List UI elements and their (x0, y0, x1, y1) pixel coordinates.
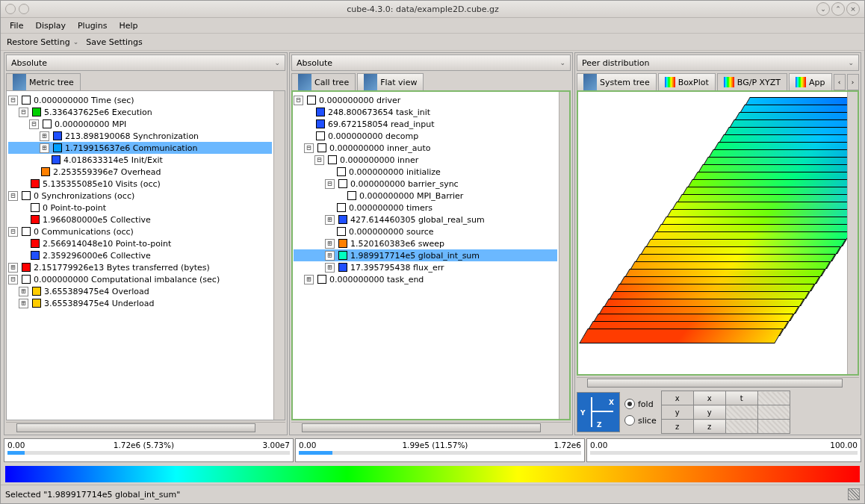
tree-row[interactable]: ⊞3.655389475e4 Overload (8, 285, 272, 297)
tree-row[interactable]: 0.000000000 source (294, 225, 557, 237)
expand-icon[interactable]: ⊞ (19, 287, 28, 296)
tree-row[interactable]: ⊟0.000000000 inner (294, 154, 557, 166)
tree-row[interactable]: 0.000000000 decomp (294, 130, 557, 142)
tree-row[interactable]: ⊞17.395795438 flux_err (294, 261, 557, 273)
collapse-icon[interactable]: ⊟ (8, 275, 18, 284)
axis-cell-disabled (757, 420, 790, 434)
collapse-icon[interactable]: ⊟ (29, 119, 39, 129)
menu-help[interactable]: Help (113, 19, 143, 32)
tree-row[interactable]: ⊟0.000000000 barrier_sync (294, 178, 557, 190)
menu-display[interactable]: Display (29, 19, 72, 32)
tabs-scroll-left[interactable]: ‹ (834, 74, 846, 90)
tree-row[interactable]: ⊟0 Communications (occ) (8, 225, 272, 237)
tab-flat-view[interactable]: Flat view (357, 73, 424, 90)
expand-icon[interactable]: ⊞ (325, 263, 335, 273)
tree-row[interactable]: 248.800673654 task_init (294, 106, 557, 118)
tree-row[interactable]: ⊞0.000000000 task_end (294, 273, 557, 285)
tree-row[interactable]: ⊞3.655389475e4 Underload (8, 297, 272, 309)
collapse-icon[interactable]: ⊟ (8, 96, 18, 105)
menu-file[interactable]: File (4, 19, 29, 32)
tabs-scroll-right[interactable]: › (847, 74, 859, 90)
tree-row[interactable]: 2.359296000e6 Collective (8, 249, 272, 261)
axis-cell-disabled (757, 405, 790, 420)
expand-icon[interactable]: ⊞ (8, 263, 18, 273)
v-scrollbar[interactable] (559, 91, 570, 420)
tree-row[interactable]: ⊟0.000000000 MPI (8, 118, 272, 130)
expand-icon[interactable]: ⊞ (325, 215, 335, 225)
v-scrollbar[interactable] (847, 91, 858, 375)
h-scrollbar[interactable] (577, 377, 859, 388)
collapse-icon[interactable]: ⊟ (294, 96, 303, 105)
tree-row[interactable]: ⊟0.000000000 inner_auto (294, 142, 557, 154)
tree-row[interactable]: 0 Point-to-point (8, 202, 272, 214)
tree-row[interactable]: ⊟5.336437625e6 Execution (8, 106, 272, 118)
expand-icon[interactable]: ⊞ (40, 131, 49, 141)
topology-canvas[interactable] (577, 91, 847, 375)
tree-row[interactable]: ⊟0.000000000 driver (294, 94, 557, 106)
tab-boxplot[interactable]: BoxPlot (658, 73, 716, 90)
expand-icon[interactable]: ⊞ (325, 251, 335, 261)
tab-call-tree[interactable]: Call tree (291, 73, 356, 90)
collapse-icon[interactable]: ⊟ (304, 143, 314, 153)
metric-mode-combo[interactable]: Absolute⌄ (6, 55, 285, 71)
tree-label: 2.151779926e13 Bytes transferred (bytes) (34, 263, 210, 273)
tree-row[interactable]: 1.966080000e5 Collective (8, 214, 272, 225)
collapse-icon[interactable]: ⊟ (314, 155, 324, 165)
expand-icon[interactable]: ⊞ (19, 299, 28, 308)
axis-button[interactable]: y (693, 405, 725, 420)
save-settings-button[interactable]: Save Settings (86, 37, 143, 47)
metric-color-box (52, 155, 61, 164)
call-tree[interactable]: ⊟0.000000000 driver248.800673654 task_in… (292, 91, 559, 420)
tree-row[interactable]: 4.018633314e5 Init/Exit (8, 154, 272, 166)
h-scrollbar[interactable] (291, 422, 571, 433)
radio-fold[interactable]: fold (624, 399, 657, 409)
tab-app[interactable]: App (789, 73, 832, 90)
tree-row[interactable]: ⊞1.989917714e5 global_int_sum (294, 249, 557, 261)
tab-bgp-xyzt[interactable]: BG/P XYZT (717, 73, 787, 90)
tree-row[interactable]: 0.000000000 initialize (294, 166, 557, 178)
metric-tree[interactable]: ⊟0.000000000 Time (sec)⊟5.336437625e6 Ex… (7, 91, 273, 420)
tree-row[interactable]: 69.672158054 read_input (294, 118, 557, 130)
expand-icon[interactable]: ⊞ (325, 239, 335, 249)
maximize-button[interactable]: ⌃ (831, 2, 845, 16)
axis-button[interactable]: t (725, 391, 757, 405)
v-scrollbar[interactable] (273, 91, 285, 420)
collapse-icon[interactable]: ⊟ (8, 227, 18, 237)
tree-row[interactable]: ⊞213.898190068 Synchronization (8, 130, 272, 142)
tab-system-tree[interactable]: System tree (577, 73, 657, 90)
tree-row[interactable]: ⊞1.520160383e6 sweep (294, 237, 557, 249)
tree-row[interactable]: ⊟0 Synchronizations (occ) (8, 190, 272, 202)
minimize-button[interactable]: ⌄ (816, 2, 830, 16)
tree-row[interactable]: 5.135355085e10 Visits (occ) (8, 178, 272, 190)
call-mode-combo[interactable]: Absolute⌄ (291, 55, 571, 71)
axis-button[interactable]: z (693, 420, 725, 434)
metric-color-box (328, 155, 337, 164)
resize-grip[interactable] (848, 488, 860, 500)
collapse-icon[interactable]: ⊟ (325, 179, 335, 189)
metric-color-box (32, 299, 41, 308)
tree-label: 248.800673654 task_init (328, 108, 430, 117)
tree-row[interactable]: 0.000000000 timers (294, 202, 557, 214)
axis-button[interactable]: x (693, 391, 725, 405)
restore-setting-button[interactable]: Restore Setting ⌄ (7, 37, 78, 47)
tree-row[interactable]: 2.566914048e10 Point-to-point (8, 237, 272, 249)
tree-row[interactable]: 2.253559396e7 Overhead (8, 166, 272, 178)
expand-icon[interactable]: ⊞ (40, 143, 49, 153)
collapse-icon[interactable]: ⊟ (8, 191, 18, 201)
collapse-icon[interactable]: ⊟ (19, 108, 28, 117)
tree-row[interactable]: ⊟0.000000000 Time (sec) (8, 94, 272, 106)
tree-label: 0.000000000 driver (319, 96, 400, 105)
tree-row[interactable]: 0.000000000 MPI_Barrier (294, 190, 557, 202)
axes-orientation-icon[interactable]: Y X Z (577, 392, 620, 432)
close-button[interactable]: × (846, 2, 860, 16)
tree-row[interactable]: ⊟0.000000000 Computational imbalance (se… (8, 273, 272, 285)
tree-row[interactable]: ⊞2.151779926e13 Bytes transferred (bytes… (8, 261, 272, 273)
tree-row[interactable]: ⊞427.614460305 global_real_sum (294, 214, 557, 225)
tree-row[interactable]: ⊞1.719915637e6 Communication (8, 142, 272, 154)
h-scrollbar[interactable] (6, 422, 285, 433)
menu-plugins[interactable]: Plugins (72, 19, 113, 32)
system-mode-combo[interactable]: Peer distribution⌄ (577, 55, 859, 71)
tab-metric-tree[interactable]: Metric tree (6, 73, 81, 90)
radio-slice[interactable]: slice (624, 415, 657, 426)
expand-icon[interactable]: ⊞ (304, 275, 314, 284)
